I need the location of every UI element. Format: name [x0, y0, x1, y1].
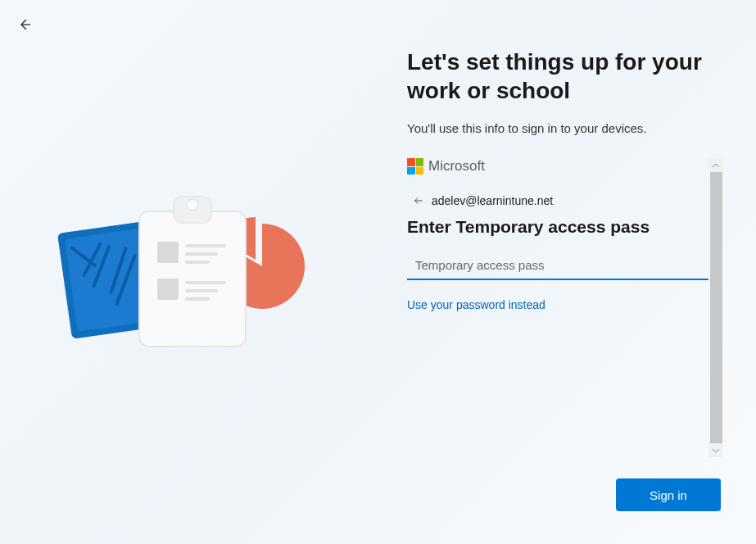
arrow-left-icon: [414, 196, 423, 206]
auth-prompt-title: Enter Temporary access pass: [407, 217, 722, 237]
svg-rect-2: [139, 211, 246, 347]
sign-in-button[interactable]: Sign in: [616, 478, 721, 511]
scroll-up-button[interactable]: [708, 158, 722, 172]
chevron-up-icon: [713, 163, 719, 168]
page-subtitle: You'll use this info to sign in to your …: [407, 121, 722, 135]
brand-label: Microsoft: [428, 158, 485, 175]
svg-rect-5: [157, 242, 179, 263]
microsoft-logo-icon: [407, 158, 423, 175]
setup-illustration: [49, 188, 328, 360]
account-email: adelev@learnintune.net: [432, 194, 553, 207]
arrow-left-icon: [18, 18, 31, 31]
content-panel: Let's set things up for your work or sch…: [407, 48, 722, 457]
chevron-down-icon: [713, 448, 719, 453]
scroll-down-button[interactable]: [708, 443, 722, 457]
auth-frame: Microsoft adelev@learnintune.net Enter T…: [407, 158, 722, 457]
svg-point-4: [187, 199, 198, 211]
svg-rect-12: [185, 297, 210, 301]
scroll-thumb[interactable]: [710, 172, 722, 443]
brand-row: Microsoft: [407, 158, 722, 175]
account-switch-button[interactable]: adelev@learnintune.net: [414, 194, 722, 207]
svg-rect-11: [185, 289, 218, 292]
svg-rect-7: [185, 252, 218, 256]
svg-rect-8: [185, 261, 210, 264]
temporary-access-pass-input[interactable]: [407, 252, 708, 280]
svg-rect-10: [185, 281, 226, 284]
svg-rect-6: [185, 244, 226, 247]
svg-rect-9: [157, 279, 179, 300]
page-title: Let's set things up for your work or sch…: [407, 48, 722, 105]
use-password-link[interactable]: Use your password instead: [407, 298, 545, 311]
back-button[interactable]: [16, 16, 33, 33]
scrollbar[interactable]: [708, 158, 722, 457]
